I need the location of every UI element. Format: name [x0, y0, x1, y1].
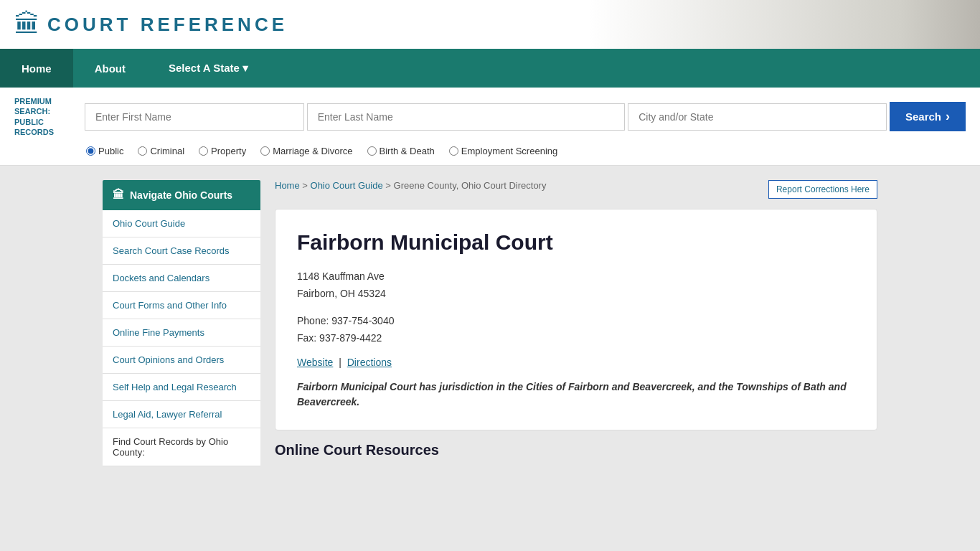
breadcrumb-home[interactable]: Home: [275, 180, 300, 191]
city-state-input[interactable]: [628, 103, 887, 131]
first-name-input[interactable]: [85, 103, 304, 131]
sidebar-legal-aid[interactable]: Legal Aid, Lawyer Referral: [103, 401, 260, 428]
court-address-line2: Fairborn, OH 45324: [297, 286, 855, 303]
court-address: 1148 Kauffman Ave Fairborn, OH 45324: [297, 268, 855, 303]
breadcrumb-ohio-guide[interactable]: Ohio Court Guide: [311, 180, 383, 191]
last-name-input[interactable]: [307, 103, 626, 131]
search-button[interactable]: Search ›: [890, 102, 966, 131]
online-resources-title: Online Court Resources: [275, 442, 877, 458]
nav-select-state[interactable]: Select A State ▾: [147, 49, 270, 88]
online-resources-section: Online Court Resources: [275, 442, 877, 458]
court-info-card: Fairborn Municipal Court 1148 Kauffman A…: [275, 209, 877, 430]
radio-marriage-divorce[interactable]: Marriage & Divorce: [260, 146, 352, 156]
sidebar-online-fine-payments[interactable]: Online Fine Payments: [103, 319, 260, 347]
court-title: Fairborn Municipal Court: [297, 230, 855, 255]
report-corrections-link[interactable]: Report Corrections Here: [768, 180, 877, 199]
breadcrumb-current: Greene County, Ohio Court Directory: [394, 180, 547, 191]
sidebar-dockets-calendars[interactable]: Dockets and Calendars: [103, 265, 260, 292]
radio-property[interactable]: Property: [199, 146, 246, 156]
sidebar: 🏛 Navigate Ohio Courts Ohio Court Guide …: [103, 180, 260, 466]
radio-birth-death[interactable]: Birth & Death: [367, 146, 435, 156]
site-header: 🏛 COURT REFERENCE: [0, 0, 980, 49]
sidebar-self-help[interactable]: Self Help and Legal Research: [103, 374, 260, 401]
search-arrow-icon: ›: [946, 109, 950, 124]
court-phone-info: Phone: 937-754-3040 Fax: 937-879-4422: [297, 313, 855, 347]
court-directions-link[interactable]: Directions: [347, 357, 392, 368]
court-fax: Fax: 937-879-4422: [297, 330, 855, 347]
radio-public[interactable]: Public: [86, 146, 123, 156]
courthouse-icon: 🏛: [14, 9, 40, 39]
nav-about[interactable]: About: [73, 49, 147, 88]
sidebar-header: 🏛 Navigate Ohio Courts: [103, 180, 260, 210]
sidebar-court-icon: 🏛: [113, 189, 124, 202]
content-area: Home > Ohio Court Guide > Greene County,…: [275, 180, 877, 466]
court-jurisdiction: Fairborn Municipal Court has jurisdictio…: [297, 380, 855, 410]
site-logo-text: COURT REFERENCE: [47, 14, 288, 36]
search-radio-group: Public Criminal Property Marriage & Divo…: [14, 146, 966, 156]
breadcrumb: Home > Ohio Court Guide > Greene County,…: [275, 180, 877, 199]
sidebar-find-records: Find Court Records by Ohio County:: [103, 428, 260, 466]
radio-criminal[interactable]: Criminal: [138, 146, 184, 156]
court-address-line1: 1148 Kauffman Ave: [297, 268, 855, 286]
search-inputs: Search ›: [85, 102, 966, 131]
search-bar: PREMIUM SEARCH: PUBLIC RECORDS Search › …: [0, 88, 980, 166]
main-content: 🏛 Navigate Ohio Courts Ohio Court Guide …: [95, 166, 885, 481]
sidebar-search-case-records[interactable]: Search Court Case Records: [103, 237, 260, 265]
sidebar-court-opinions[interactable]: Court Opinions and Orders: [103, 347, 260, 374]
sidebar-court-forms[interactable]: Court Forms and Other Info: [103, 292, 260, 319]
sidebar-ohio-court-guide[interactable]: Ohio Court Guide: [103, 210, 260, 237]
nav-home[interactable]: Home: [0, 49, 73, 88]
main-nav: Home About Select A State ▾: [0, 49, 980, 88]
court-website-link[interactable]: Website: [297, 357, 333, 368]
premium-label: PREMIUM SEARCH: PUBLIC RECORDS: [14, 96, 72, 137]
court-links: Website | Directions: [297, 357, 855, 368]
court-phone: Phone: 937-754-3040: [297, 313, 855, 330]
radio-employment[interactable]: Employment Screening: [449, 146, 557, 156]
